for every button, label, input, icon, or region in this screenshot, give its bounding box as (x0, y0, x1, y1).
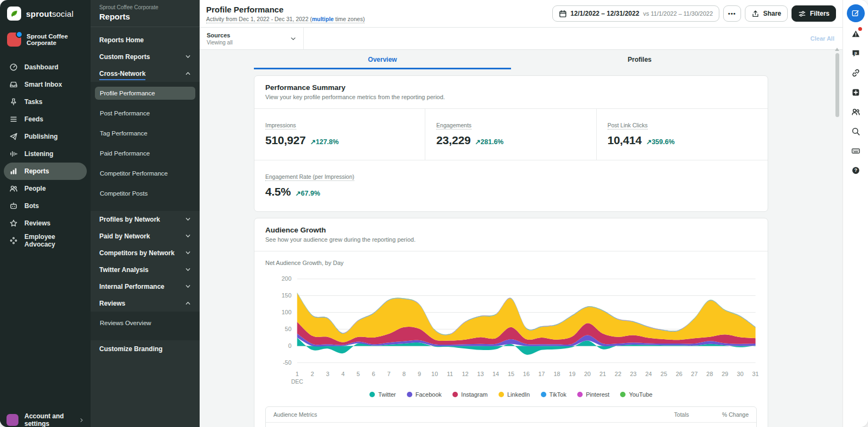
rail-button-help[interactable]: ? (846, 160, 865, 180)
rail-button-link[interactable] (846, 63, 865, 82)
reports-nav-competitors-by-network[interactable]: Competitors by Network (91, 244, 200, 261)
scrollbar-thumb[interactable] (835, 53, 839, 117)
notification-badge (858, 27, 862, 31)
reports-nav-label: Paid Performance (100, 150, 150, 157)
stacked-area-chart: 200150100500-501234567891011121314151617… (262, 268, 760, 388)
workspace-switcher[interactable]: Sprout Coffee Corporate (0, 26, 91, 55)
legend-label: TikTok (550, 391, 566, 398)
sidebar-item-pin[interactable]: Tasks (4, 93, 87, 111)
help-icon: ? (851, 166, 860, 175)
svg-text:100: 100 (282, 309, 291, 315)
content-scrollbar[interactable] (835, 48, 839, 117)
sidebar-item-advocacy[interactable]: Employee Advocacy (4, 232, 87, 249)
reports-nav-competitor-performance[interactable]: Competitor Performance (91, 166, 200, 186)
sidebar-item-people[interactable]: People (4, 180, 87, 197)
reports-nav-internal-performance[interactable]: Internal Performance (91, 278, 200, 295)
reports-nav-label: Competitor Performance (100, 170, 168, 177)
reports-nav-reviews-overview[interactable]: Reviews Overview (91, 312, 200, 340)
reports-nav-tag-performance[interactable]: Tag Performance (91, 126, 200, 146)
reports-nav-paid-by-network[interactable]: Paid by Network (91, 228, 200, 244)
chevron-down-icon (185, 216, 191, 222)
legend-label: Instagram (461, 391, 488, 398)
reports-nav-paid-performance[interactable]: Paid Performance (91, 146, 200, 166)
feeds-icon (9, 115, 18, 124)
clear-all-button[interactable]: Clear All (810, 35, 843, 42)
legend-linkedin[interactable]: LinkedIn (499, 391, 530, 398)
sidebar-item-label: Feeds (24, 115, 43, 123)
legend-tiktok[interactable]: TikTok (541, 391, 566, 398)
sidebar-item-star[interactable]: Reviews (4, 215, 87, 232)
rail-button-compose[interactable] (846, 2, 865, 24)
svg-text:2: 2 (311, 371, 314, 377)
performance-summary-title: Performance Summary (265, 83, 757, 92)
reports-nav-label: Profile Performance (100, 90, 155, 96)
chevron-icon (95, 329, 101, 335)
scroll-up-arrow[interactable] (835, 48, 839, 51)
rail-button-people[interactable] (846, 102, 865, 121)
reports-nav-reports-home[interactable]: Reports Home (91, 31, 200, 48)
legend-pinterest[interactable]: Pinterest (577, 391, 609, 398)
reports-nav-twitter-analysis[interactable]: Twitter Analysis (91, 261, 200, 278)
rail-button-keyboard[interactable] (846, 141, 865, 160)
sidebar-item-plane[interactable]: Publishing (4, 128, 87, 145)
reports-nav-profile-performance[interactable]: Profile Performance (91, 82, 200, 106)
filters-button[interactable]: Filters (792, 5, 836, 22)
sidebar-item-reports[interactable]: Reports (4, 163, 87, 180)
chart-title: Net Audience Growth, by Day (254, 251, 768, 266)
svg-text:14: 14 (493, 371, 499, 377)
metric-label[interactable]: Impressions (265, 122, 296, 130)
reports-nav-cross-network[interactable]: Cross-Network (91, 65, 200, 82)
chat-icon: p (851, 49, 860, 58)
reports-nav-custom-reports[interactable]: Custom Reports (91, 48, 200, 65)
reports-nav-label: Internal Performance (99, 283, 164, 290)
tab-overview[interactable]: Overview (254, 51, 511, 69)
account-and-settings[interactable]: Account and settings (0, 408, 91, 427)
chevron-up-icon (185, 300, 191, 306)
reports-nav-reviews[interactable]: Reviews (91, 295, 200, 312)
sources-dropdown[interactable]: Sources Viewing all (200, 28, 304, 49)
rail-button-alert[interactable] (846, 24, 865, 43)
sidebar-item-feeds[interactable]: Feeds (4, 111, 87, 128)
reports-nav-label: Reports Home (99, 36, 144, 44)
date-range-button[interactable]: 12/1/2022 – 12/31/2022 vs 11/1/2022 – 11… (552, 5, 719, 22)
reports-nav-post-performance[interactable]: Post Performance (91, 106, 200, 126)
brand-logo[interactable]: sproutsocial (0, 0, 91, 26)
rail-button-plus[interactable] (846, 82, 865, 102)
sidebar-item-dashboard[interactable]: Dashboard (4, 59, 87, 76)
svg-text:200: 200 (282, 275, 291, 282)
sidebar-item-label: Reviews (24, 219, 50, 227)
reports-nav-profiles-by-network[interactable]: Profiles by Network (91, 211, 200, 228)
svg-text:50: 50 (285, 326, 291, 332)
sidebar-item-inbox[interactable]: Smart Inbox (4, 76, 87, 93)
rail-button-chat[interactable]: p (846, 43, 865, 63)
legend-twitter[interactable]: Twitter (369, 391, 395, 398)
svg-text:25: 25 (661, 371, 667, 377)
legend-instagram[interactable]: Instagram (452, 391, 488, 398)
svg-text:?: ? (854, 167, 857, 173)
reports-nav-customize-branding[interactable]: Customize Branding (91, 340, 200, 357)
table-header-row: Audience Metrics Totals % Change (266, 407, 756, 422)
plane-icon (9, 132, 18, 141)
sidebar-item-bot[interactable]: Bots (4, 197, 87, 215)
sidebar-item-listening[interactable]: Listening (4, 145, 87, 163)
metric-label[interactable]: Engagements (436, 122, 471, 130)
legend-facebook[interactable]: Facebook (407, 391, 442, 398)
listening-icon (9, 150, 18, 158)
sidebar-item-label: Reports (24, 167, 49, 175)
rail-button-search[interactable] (846, 121, 865, 141)
metric-label[interactable]: Post Link Clicks (608, 122, 648, 130)
dashboard-icon (9, 63, 18, 72)
sidebar-item-label: Employee Advocacy (24, 233, 81, 248)
chevron-icon (95, 200, 101, 206)
chevron-icon (95, 160, 101, 166)
legend-youtube[interactable]: YouTube (620, 391, 652, 398)
timezones-link[interactable]: multiple (312, 16, 334, 22)
sidebar-item-label: Listening (24, 150, 53, 158)
metric-label[interactable]: Engagement Rate (per Impression) (265, 173, 354, 181)
tab-profiles[interactable]: Profiles (511, 51, 768, 69)
reports-nav-competitor-posts[interactable]: Competitor Posts (91, 186, 200, 211)
share-button[interactable]: Share (745, 5, 788, 22)
svg-text:24: 24 (645, 371, 652, 377)
reports-nav-label: Twitter Analysis (99, 266, 149, 274)
more-actions-button[interactable]: ••• (723, 5, 741, 22)
